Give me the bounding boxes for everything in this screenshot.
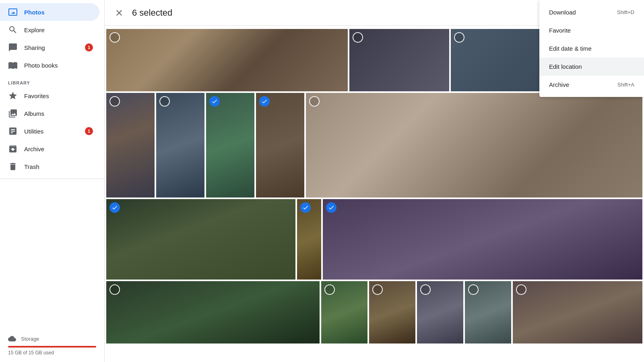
- sidebar-item-photos[interactable]: Photos: [0, 3, 99, 21]
- sharing-icon: [8, 43, 18, 52]
- favorites-icon: [8, 91, 18, 101]
- menu-item-edit-date-time[interactable]: Edit date & time: [539, 39, 644, 58]
- library-section-label: LIBRARY: [0, 74, 104, 87]
- photo-checkbox-selected[interactable]: [259, 96, 270, 107]
- photo-checkbox[interactable]: [309, 96, 320, 107]
- photo-checkbox[interactable]: [109, 32, 120, 43]
- sharing-badge: 1: [85, 43, 93, 51]
- close-selection-button[interactable]: [111, 5, 127, 21]
- photo-checkbox[interactable]: [372, 284, 383, 295]
- menu-download-shortcut: Shift+D: [617, 9, 634, 15]
- photo-checkbox[interactable]: [159, 96, 170, 107]
- utilities-badge: 1: [85, 127, 93, 135]
- storage-section: Storage 15 GB of 15 GB used: [0, 328, 104, 362]
- photo-checkbox-selected[interactable]: [109, 202, 120, 213]
- storage-bar-background: [8, 346, 96, 348]
- photo-item[interactable]: [106, 199, 295, 280]
- sidebar-item-favorites[interactable]: Favorites: [0, 87, 99, 105]
- sidebar-item-sharing-label: Sharing: [24, 44, 45, 51]
- grid-row-2: [105, 93, 644, 197]
- storage-label-text: Storage: [21, 336, 39, 342]
- sidebar-item-utilities-label: Utilities: [24, 128, 43, 135]
- sidebar-item-trash[interactable]: Trash: [0, 158, 99, 175]
- sidebar-item-utilities[interactable]: Utilities 1: [0, 122, 99, 140]
- sidebar-item-photos-label: Photos: [24, 9, 45, 16]
- photo-item[interactable]: [465, 281, 511, 343]
- menu-item-download[interactable]: Download Shift+D: [539, 3, 644, 21]
- photo-checkbox[interactable]: [454, 32, 464, 43]
- sidebar-item-albums[interactable]: Albums: [0, 105, 99, 122]
- photo-item[interactable]: [106, 29, 348, 91]
- grid-row-3: [105, 199, 644, 280]
- photo-item[interactable]: [206, 93, 254, 197]
- sidebar-divider: [0, 179, 104, 179]
- photo-checkbox-selected[interactable]: [326, 202, 336, 213]
- photo-item[interactable]: [369, 281, 415, 343]
- photo-item[interactable]: [451, 29, 551, 91]
- photo-item[interactable]: [106, 93, 155, 197]
- utilities-icon: [8, 126, 18, 136]
- storage-used-text: 15 GB of 15 GB used: [8, 350, 96, 356]
- photo-item[interactable]: [513, 281, 642, 343]
- menu-archive-shortcut: Shift+A: [617, 82, 634, 88]
- sidebar-item-trash-label: Trash: [24, 163, 39, 170]
- photo-checkbox[interactable]: [353, 32, 363, 43]
- sidebar-item-archive[interactable]: Archive: [0, 140, 99, 158]
- photo-item[interactable]: [297, 199, 321, 280]
- menu-item-favorite[interactable]: Favorite: [539, 21, 644, 39]
- storage-bar-fill: [8, 346, 96, 348]
- photo-checkbox[interactable]: [109, 284, 120, 295]
- sidebar: Photos Explore Sharing 1 Photo books LIB…: [0, 0, 105, 362]
- menu-favorite-label: Favorite: [549, 27, 571, 34]
- photo-checkbox[interactable]: [109, 96, 120, 107]
- photo-checkbox[interactable]: [324, 284, 335, 295]
- grid-row-4: [105, 281, 644, 343]
- sidebar-item-explore-label: Explore: [24, 27, 45, 33]
- storage-label-row: Storage: [8, 335, 96, 343]
- sidebar-item-favorites-label: Favorites: [24, 93, 49, 99]
- photos-icon: [8, 7, 18, 17]
- menu-item-archive[interactable]: Archive Shift+A: [539, 76, 644, 94]
- trash-icon: [8, 162, 18, 171]
- sidebar-item-photobooks[interactable]: Photo books: [0, 56, 99, 74]
- photo-item[interactable]: [256, 93, 304, 197]
- menu-edit-date-label: Edit date & time: [549, 45, 592, 52]
- albums-icon: [8, 109, 18, 118]
- photo-item[interactable]: [106, 281, 320, 343]
- photo-checkbox[interactable]: [468, 284, 479, 295]
- photo-checkbox-selected[interactable]: [300, 202, 311, 213]
- photobooks-icon: [8, 60, 18, 70]
- photo-item[interactable]: [306, 93, 642, 197]
- sidebar-item-archive-label: Archive: [24, 146, 44, 152]
- photo-item[interactable]: [417, 281, 463, 343]
- photo-item[interactable]: [321, 281, 367, 343]
- photo-checkbox[interactable]: [516, 284, 526, 295]
- sidebar-item-explore[interactable]: Explore: [0, 21, 99, 39]
- photo-item[interactable]: [349, 29, 449, 91]
- sidebar-item-photobooks-label: Photo books: [24, 62, 58, 69]
- context-menu: Download Shift+D Favorite Edit date & ti…: [539, 0, 644, 97]
- photo-checkbox-selected[interactable]: [209, 96, 220, 107]
- sidebar-item-albums-label: Albums: [24, 110, 44, 117]
- sidebar-item-sharing[interactable]: Sharing 1: [0, 39, 99, 56]
- menu-download-label: Download: [549, 9, 576, 16]
- menu-edit-location-label: Edit location: [549, 63, 582, 70]
- explore-icon: [8, 25, 18, 35]
- photo-item[interactable]: [323, 199, 642, 280]
- menu-archive-label: Archive: [549, 81, 569, 88]
- archive-icon: [8, 144, 18, 154]
- photo-item[interactable]: [156, 93, 204, 197]
- menu-item-edit-location[interactable]: Edit location: [539, 58, 644, 76]
- photo-checkbox[interactable]: [420, 284, 431, 295]
